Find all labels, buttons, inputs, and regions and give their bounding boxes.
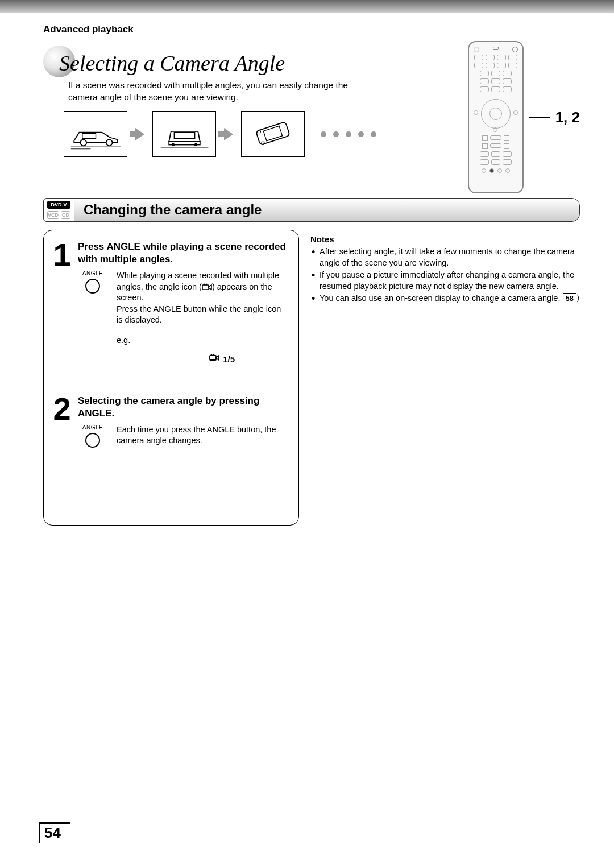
angle-button-icon: ANGLE	[78, 270, 107, 379]
section-label: Advanced playback	[43, 24, 580, 35]
step-text: While playing a scene recorded with mult…	[117, 270, 287, 379]
example-value: 1/5	[223, 354, 235, 365]
car-angle-front-icon	[152, 111, 216, 157]
step-number: 2	[52, 395, 72, 448]
example-display: 1/5	[117, 349, 244, 380]
angle-button-icon: ANGLE	[78, 424, 107, 448]
svg-point-6	[194, 143, 197, 146]
notes-list: After selecting angle, it will take a fe…	[310, 246, 580, 304]
callout-line-icon	[529, 117, 550, 118]
car-angle-side-icon	[64, 111, 127, 157]
step-1: 1 Press ANGLE while playing a scene reco…	[52, 241, 287, 380]
svg-rect-14	[210, 356, 216, 360]
notes-column: Notes After selecting angle, it will tak…	[310, 230, 580, 305]
angle-button-label: ANGLE	[82, 270, 103, 276]
step-number: 1	[52, 241, 72, 380]
svg-point-15	[211, 354, 213, 356]
remote-step-numbers: 1, 2	[555, 109, 580, 126]
svg-point-16	[213, 354, 215, 356]
section-heading: Changing the camera angle	[74, 198, 580, 222]
note-item: After selecting angle, it will take a fe…	[310, 246, 580, 268]
main-content: 1 Press ANGLE while playing a scene reco…	[43, 230, 580, 526]
camera-angle-icon	[209, 354, 219, 362]
disc-format-tags: DVD-V VCD CD	[43, 198, 74, 222]
tag-cd: CD	[61, 211, 70, 219]
tag-dvd-v: DVD-V	[47, 201, 70, 209]
arrow-icon	[135, 128, 144, 140]
svg-point-0	[80, 139, 86, 146]
ellipsis-dots-icon	[321, 131, 376, 137]
step-title: Press ANGLE while playing a scene record…	[78, 241, 287, 266]
svg-point-12	[203, 283, 205, 285]
svg-rect-11	[202, 285, 209, 290]
steps-box: 1 Press ANGLE while playing a scene reco…	[43, 230, 299, 526]
arrow-icon	[224, 128, 233, 140]
car-angle-top-icon	[241, 111, 305, 157]
remote-control-icon	[468, 41, 524, 193]
remote-callout: 1, 2	[468, 41, 580, 193]
step-2: 2 Selecting the camera angle by pressing…	[52, 395, 287, 448]
note-item: You can also use an on-screen display to…	[310, 293, 580, 304]
tag-vcd: VCD	[47, 211, 59, 219]
example-label: e.g.	[117, 335, 287, 346]
svg-point-5	[171, 143, 174, 146]
svg-point-1	[106, 139, 112, 146]
note-item: If you pause a picture immediately after…	[310, 270, 580, 292]
step-title: Selecting the camera angle by pressing A…	[78, 395, 287, 420]
intro-text: If a scene was recorded with multiple an…	[68, 80, 364, 104]
camera-angle-icon	[202, 283, 212, 291]
svg-rect-2	[82, 133, 96, 138]
page-content: Advanced playback Selecting a Camera Ang…	[0, 13, 614, 526]
svg-rect-7	[256, 122, 290, 145]
angle-button-label: ANGLE	[82, 424, 103, 431]
svg-rect-3	[174, 132, 194, 138]
page-title: Selecting a Camera Angle	[59, 47, 285, 76]
notes-heading: Notes	[310, 234, 580, 244]
page-reference: 58	[563, 293, 576, 304]
top-gradient	[0, 0, 614, 13]
title-row: Selecting a Camera Angle If a scene was …	[43, 46, 580, 193]
reference-arrow-icon: ⟩	[576, 294, 580, 303]
page-number: 54	[39, 823, 65, 843]
step-text: Each time you press the ANGLE button, th…	[117, 424, 287, 448]
section-heading-bar: DVD-V VCD CD Changing the camera angle	[43, 198, 580, 222]
svg-point-13	[205, 283, 207, 285]
angle-illustration-row	[64, 111, 468, 157]
